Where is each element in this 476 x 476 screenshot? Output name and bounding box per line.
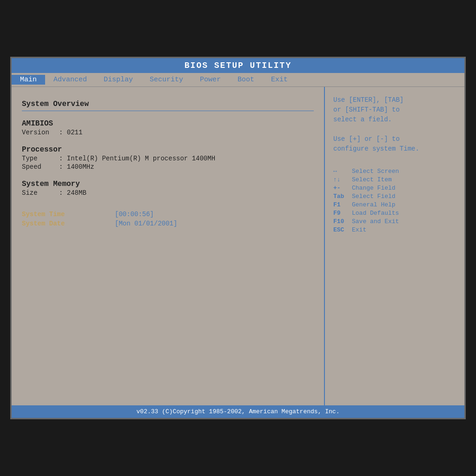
key-name-0: ↔ — [333, 168, 352, 175]
version-value: : 0211 — [59, 129, 82, 136]
overview-divider — [22, 111, 314, 111]
footer: v02.33 (C)Copyright 1985-2002, American … — [12, 405, 464, 418]
system-date-value[interactable]: [Mon 01/01/2001] — [115, 220, 177, 227]
key-desc-1: Select Item — [352, 176, 392, 183]
section-memory-title: System Memory — [22, 180, 314, 188]
section-processor-title: Processor — [22, 145, 314, 154]
key-name-2: +- — [333, 185, 352, 192]
help-line1: Use [ENTER], [TAB] — [333, 96, 403, 104]
speed-row: Speed : 1400MHz — [22, 163, 314, 171]
bios-screen: BIOS SETUP UTILITY Main Advanced Display… — [10, 57, 466, 419]
menu-exit[interactable]: Exit — [263, 75, 296, 85]
key-desc-4: General Help — [352, 201, 396, 208]
menu-bar[interactable]: Main Advanced Display Security Power Boo… — [12, 73, 464, 87]
help-line3: select a field. — [333, 116, 392, 123]
type-row: Type : Intel(R) Pentium(R) M processor 1… — [22, 155, 314, 162]
key-row-7: ESC Exit — [333, 226, 456, 233]
bios-brand: AMIBIOS — [22, 119, 314, 128]
system-date-label: System Date — [22, 220, 115, 227]
key-row-2: +- Change Field — [333, 185, 456, 192]
bios-title: BIOS SETUP UTILITY — [185, 61, 291, 70]
system-time-value[interactable]: [00:00:56] — [115, 211, 154, 218]
help-line5: Use [+] or [-] to — [333, 135, 400, 143]
size-value: : 248MB — [59, 189, 86, 197]
key-name-5: F9 — [333, 210, 352, 217]
size-label: Size — [22, 189, 59, 197]
menu-display[interactable]: Display — [95, 75, 141, 85]
key-desc-2: Change Field — [352, 185, 396, 192]
system-time-label: System Time — [22, 211, 115, 218]
system-date-row[interactable]: System Date [Mon 01/01/2001] — [22, 220, 314, 227]
key-row-1: ↑↓ Select Item — [333, 176, 456, 183]
key-desc-5: Load Defaults — [352, 210, 399, 217]
speed-value: : 1400MHz — [59, 163, 94, 171]
type-label: Type — [22, 155, 59, 162]
help-text: Use [ENTER], [TAB] or [SHIFT-TAB] to sel… — [333, 95, 456, 154]
help-line2: or [SHIFT-TAB] to — [333, 106, 400, 113]
time-section: System Time [00:00:56] System Date [Mon … — [22, 211, 314, 229]
speed-label: Speed — [22, 163, 59, 171]
type-value: : Intel(R) Pentium(R) M processor 1400MH — [59, 155, 215, 162]
system-time-row[interactable]: System Time [00:00:56] — [22, 211, 314, 218]
key-row-0: ↔ Select Screen — [333, 168, 456, 175]
key-name-3: Tab — [333, 193, 352, 200]
menu-security[interactable]: Security — [141, 75, 192, 85]
key-row-5: F9 Load Defaults — [333, 210, 456, 217]
size-row: Size : 248MB — [22, 189, 314, 197]
right-panel: Use [ENTER], [TAB] or [SHIFT-TAB] to sel… — [325, 87, 464, 405]
key-row-4: F1 General Help — [333, 201, 456, 208]
footer-text: v02.33 (C)Copyright 1985-2002, American … — [137, 408, 340, 415]
key-list: ↔ Select Screen ↑↓ Select Item +- Change… — [333, 168, 456, 233]
section-overview-title: System Overview — [22, 100, 314, 108]
key-desc-0: Select Screen — [352, 168, 399, 175]
menu-advanced[interactable]: Advanced — [45, 75, 95, 85]
title-bar: BIOS SETUP UTILITY — [12, 58, 464, 73]
version-label: Version — [22, 129, 59, 136]
key-desc-3: Select Field — [352, 193, 396, 200]
menu-power[interactable]: Power — [192, 75, 229, 85]
key-name-7: ESC — [333, 226, 352, 233]
key-name-1: ↑↓ — [333, 176, 352, 183]
key-row-3: Tab Select Field — [333, 193, 456, 200]
version-row: Version : 0211 — [22, 129, 314, 136]
key-name-6: F10 — [333, 218, 352, 225]
help-line6: configure system Time. — [333, 145, 419, 152]
key-desc-6: Save and Exit — [352, 218, 399, 225]
menu-main[interactable]: Main — [12, 75, 45, 85]
key-row-6: F10 Save and Exit — [333, 218, 456, 225]
key-name-4: F1 — [333, 201, 352, 208]
left-panel: System Overview AMIBIOS Version : 0211 P… — [12, 87, 325, 405]
key-desc-7: Exit — [352, 226, 366, 233]
menu-boot[interactable]: Boot — [229, 75, 263, 85]
content-area: System Overview AMIBIOS Version : 0211 P… — [12, 87, 464, 405]
